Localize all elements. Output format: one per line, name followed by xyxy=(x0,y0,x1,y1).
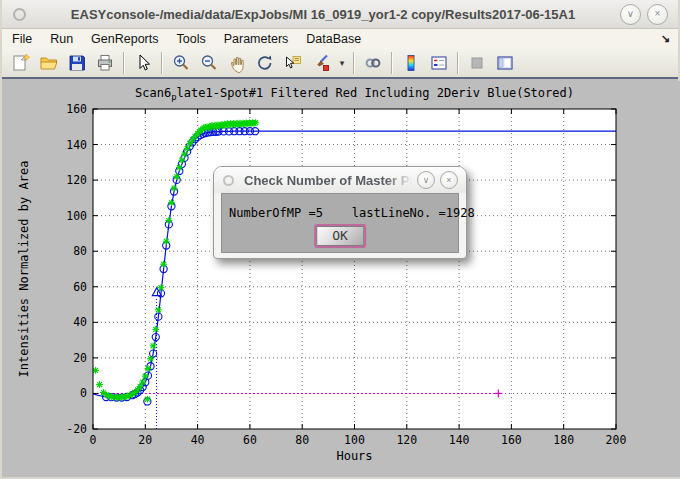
toolbar-separator xyxy=(161,52,163,74)
figure-toolbar: ▾ xyxy=(2,48,678,79)
colorbar-icon xyxy=(401,53,421,73)
svg-text:20: 20 xyxy=(73,351,87,365)
ok-button[interactable]: OK xyxy=(316,226,364,246)
dialog-titlebar[interactable]: Check Number of Master Pla ∨ × xyxy=(214,167,466,193)
brush-data-button[interactable] xyxy=(307,49,335,76)
rotate-icon xyxy=(255,53,275,73)
svg-text:100: 100 xyxy=(66,209,87,223)
window-titlebar[interactable]: EASYconsole-/media/data/ExpJobs/MI 16_09… xyxy=(2,0,678,29)
print-figure-button[interactable] xyxy=(91,49,119,76)
window-close-button[interactable]: × xyxy=(647,4,668,25)
dialog-title: Check Number of Master Pla xyxy=(244,173,417,188)
dialog-body: NumberOfMP =5 lastLineNo. =1928 OK xyxy=(221,193,459,253)
menu-file[interactable]: File xyxy=(2,29,41,48)
open-file-button[interactable] xyxy=(35,49,63,76)
toolbar-separator xyxy=(123,52,125,74)
svg-text:80: 80 xyxy=(73,244,87,258)
data-cursor-icon xyxy=(283,53,303,73)
svg-text:160: 160 xyxy=(66,102,87,116)
floppy-disk-icon xyxy=(67,53,87,73)
save-figure-button[interactable] xyxy=(63,49,91,76)
toolbar-separator xyxy=(391,52,393,74)
svg-text:60: 60 xyxy=(73,280,87,294)
menu-tools[interactable]: Tools xyxy=(168,29,215,48)
x-axis-label: Hours xyxy=(93,449,616,463)
menu-bar: File Run GenReports Tools Parameters Dat… xyxy=(2,29,678,48)
data-cursor-button[interactable] xyxy=(279,49,307,76)
brush-dropdown-button[interactable]: ▾ xyxy=(335,49,349,76)
chart-plot-area[interactable]: 020406080100120140160180200-200204060801… xyxy=(2,81,680,477)
toolbar-separator xyxy=(457,52,459,74)
window-menu-icon[interactable] xyxy=(13,8,26,21)
link-plots-button[interactable] xyxy=(359,49,387,76)
hide-plot-tools-button[interactable] xyxy=(463,49,491,76)
chain-link-icon xyxy=(363,53,383,73)
zoom-in-icon xyxy=(171,53,191,73)
hide-plot-tools-icon xyxy=(467,53,487,73)
pan-button[interactable] xyxy=(223,49,251,76)
menu-overflow-arrow-icon[interactable]: ↘ xyxy=(661,32,670,45)
svg-text:180: 180 xyxy=(553,433,574,447)
edit-plot-button[interactable] xyxy=(129,49,157,76)
svg-text:160: 160 xyxy=(501,433,522,447)
close-icon: × xyxy=(446,175,451,185)
window-title: EASYconsole-/media/data/ExpJobs/MI 16_09… xyxy=(26,7,620,22)
menu-run[interactable]: Run xyxy=(41,29,82,48)
hand-icon xyxy=(227,53,247,73)
chevron-down-icon: ∨ xyxy=(423,175,430,185)
window-minimize-button[interactable]: ∨ xyxy=(620,4,641,25)
dialog-close-button[interactable]: × xyxy=(440,171,458,189)
show-plot-tools-button[interactable] xyxy=(491,49,519,76)
svg-text:200: 200 xyxy=(606,433,627,447)
svg-text:-20: -20 xyxy=(66,422,87,436)
dialog-message: NumberOfMP =5 lastLineNo. =1928 xyxy=(229,206,475,220)
figure-canvas: 020406080100120140160180200-200204060801… xyxy=(2,81,680,477)
menu-genreports[interactable]: GenReports xyxy=(82,29,167,48)
new-document-icon xyxy=(11,53,31,73)
dialog-menu-icon[interactable] xyxy=(223,175,234,186)
dropdown-arrow-icon: ▾ xyxy=(340,58,345,68)
svg-text:40: 40 xyxy=(191,433,205,447)
brush-icon xyxy=(311,53,331,73)
menu-parameters[interactable]: Parameters xyxy=(215,29,298,48)
dialog-minimize-button[interactable]: ∨ xyxy=(417,171,435,189)
open-folder-icon xyxy=(39,53,59,73)
zoom-in-button[interactable] xyxy=(167,49,195,76)
insert-legend-button[interactable] xyxy=(425,49,453,76)
svg-text:20: 20 xyxy=(138,433,152,447)
svg-text:120: 120 xyxy=(396,433,417,447)
svg-text:120: 120 xyxy=(66,173,87,187)
svg-text:60: 60 xyxy=(243,433,257,447)
printer-icon xyxy=(95,53,115,73)
svg-text:140: 140 xyxy=(66,138,87,152)
svg-text:40: 40 xyxy=(73,315,87,329)
svg-text:0: 0 xyxy=(80,386,87,400)
chevron-down-icon: ∨ xyxy=(627,9,634,19)
svg-text:140: 140 xyxy=(449,433,470,447)
zoom-out-button[interactable] xyxy=(195,49,223,76)
app-window: EASYconsole-/media/data/ExpJobs/MI 16_09… xyxy=(0,0,680,479)
svg-text:80: 80 xyxy=(295,433,309,447)
menu-database[interactable]: DataBase xyxy=(297,29,370,48)
svg-text:0: 0 xyxy=(90,433,97,447)
toolbar-separator xyxy=(353,52,355,74)
insert-colorbar-button[interactable] xyxy=(397,49,425,76)
close-icon: × xyxy=(655,9,661,19)
show-plot-tools-icon xyxy=(495,53,515,73)
legend-icon xyxy=(429,53,449,73)
svg-text:100: 100 xyxy=(344,433,365,447)
zoom-out-icon xyxy=(199,53,219,73)
rotate-3d-button[interactable] xyxy=(251,49,279,76)
y-axis-label: Intensities Normalized by Area xyxy=(17,149,31,389)
new-figure-button[interactable] xyxy=(7,49,35,76)
chart-title: Scan6plate1-Spot#1 Filtered Red Includin… xyxy=(93,86,616,102)
cursor-arrow-icon xyxy=(133,53,153,73)
check-master-plates-dialog: Check Number of Master Pla ∨ × NumberOfM… xyxy=(213,166,467,259)
